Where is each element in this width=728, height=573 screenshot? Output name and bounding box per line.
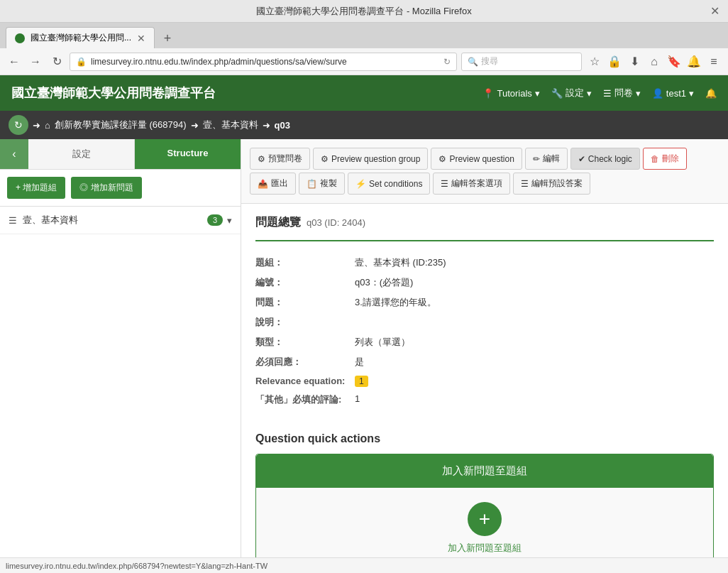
question-overview: 問題總覽 q03 (ID: 2404) 題組： 壹、基本資料 (ID:235) … xyxy=(241,204,728,421)
close-icon[interactable]: ✕ xyxy=(710,4,719,18)
overview-title: 問題總覽 xyxy=(255,215,301,230)
other-field-value: 1 xyxy=(355,393,360,406)
group-icon: ☰ xyxy=(9,215,17,226)
download-icon[interactable]: ⬇ xyxy=(626,53,643,70)
preview-group-button[interactable]: ⚙ Preview question group xyxy=(313,148,428,170)
check-logic-button[interactable]: ✔ Check logic xyxy=(570,148,640,170)
relevance-field-value: 1 xyxy=(355,376,368,386)
info-row-type: 類型： 列表（單選） xyxy=(255,332,714,352)
home-icon[interactable]: ⌂ xyxy=(646,53,663,70)
home-breadcrumb-icon: ⌂ xyxy=(45,120,50,131)
add-group-button[interactable]: + 增加題組 xyxy=(7,177,65,199)
gear-icon2: ⚙ xyxy=(321,154,329,164)
browser-tabbar: 國立臺灣師範大學公用問... ✕ + xyxy=(0,23,728,48)
browser-tab[interactable]: 國立臺灣師範大學公用問... ✕ xyxy=(6,27,155,48)
tab-settings[interactable]: 設定 xyxy=(28,139,135,169)
breadcrumb-group[interactable]: 壹、基本資料 xyxy=(203,119,258,131)
info-row-group: 題組： 壹、基本資料 (ID:235) xyxy=(255,253,714,273)
add-question-to-group-button[interactable]: 加入新問題至題組 xyxy=(256,454,713,488)
add-circle-label[interactable]: 加入新問題至題組 xyxy=(448,542,522,555)
relevance-field-label: Relevance equation: xyxy=(255,376,355,386)
user-arrow: ▾ xyxy=(689,88,694,99)
url-text: limesurvey.iro.ntnu.edu.tw/index.php/adm… xyxy=(91,57,439,67)
browser-nav-icons: ☆ 🔒 ⬇ ⌂ 🔖 🔔 ≡ xyxy=(586,53,722,70)
nav-settings[interactable]: 🔧 設定 ▾ xyxy=(551,87,592,99)
breadcrumb-survey[interactable]: 創新教學實施課後評量 (668794) xyxy=(55,119,187,131)
edit-default-answers-button[interactable]: ☰ 編輯預設答案 xyxy=(513,173,590,195)
overview-subtitle: q03 (ID: 2404) xyxy=(307,217,365,228)
app-title: 國立臺灣師範大學公用問卷調查平台 xyxy=(11,84,216,102)
group-arrow: ▾ xyxy=(227,215,232,226)
nav-user[interactable]: 👤 test1 ▾ xyxy=(652,88,694,99)
code-field-value: q03：(必答題) xyxy=(355,276,413,289)
sidebar-toggle[interactable]: ‹ xyxy=(0,139,28,169)
delete-button[interactable]: 🗑 刪除 xyxy=(643,148,687,170)
export-button[interactable]: 📤 匯出 xyxy=(250,173,296,195)
info-row-mandatory: 必須回應： 是 xyxy=(255,352,714,372)
surveys-icon: ☰ xyxy=(603,88,612,99)
settings-icon: 🔧 xyxy=(551,88,563,99)
browser-title: 國立臺灣師範大學公用問卷調查平台 - Mozilla Firefox xyxy=(256,5,471,18)
preview-question-button[interactable]: ⚙ Preview question xyxy=(431,148,522,170)
refresh-button[interactable]: ↻ xyxy=(48,53,65,70)
add-question-area: 加入新問題至題組 + 加入新問題至題組 xyxy=(255,454,714,557)
sidebar-actions: + 增加題組 ◎ 增加新問題 xyxy=(0,170,241,207)
relevance-badge: 1 xyxy=(355,376,368,387)
nav-tutorials[interactable]: 📍 Tutorials ▾ xyxy=(482,88,539,99)
refresh-circle-icon[interactable]: ↻ xyxy=(9,115,28,135)
set-conditions-button[interactable]: ⚡ Set conditions xyxy=(348,173,430,195)
menu-icon[interactable]: ≡ xyxy=(705,53,722,70)
edit-answer-icon: ☰ xyxy=(441,179,448,189)
toolbar: ⚙ 預覽問卷 ⚙ Preview question group ⚙ Previe… xyxy=(241,139,728,204)
main-layout: ‹ 設定 Structure + 增加題組 ◎ 增加新問題 ☰ 壹、基本資料 3… xyxy=(0,139,728,557)
check-icon: ✔ xyxy=(578,154,585,164)
back-button[interactable]: ← xyxy=(6,53,23,70)
breadcrumb-question[interactable]: q03 xyxy=(275,120,290,131)
group-field-value: 壹、基本資料 (ID:235) xyxy=(355,256,446,269)
type-field-value: 列表（單選） xyxy=(355,336,410,349)
breadcrumb-arrow2: ➜ xyxy=(263,120,270,131)
tab-label: 國立臺灣師範大學公用問... xyxy=(31,32,131,44)
preview-survey-button[interactable]: ⚙ 預覽問卷 xyxy=(250,148,310,170)
status-url: limesurvey.iro.ntnu.edu.tw/index.php/668… xyxy=(6,562,268,570)
star-icon[interactable]: ☆ xyxy=(586,53,603,70)
breadcrumb-arrow1: ➜ xyxy=(191,120,199,131)
export-icon: 📤 xyxy=(258,179,268,189)
nav-notification[interactable]: 🔔 xyxy=(705,88,717,99)
group-field-label: 題組： xyxy=(255,256,355,269)
nav-surveys[interactable]: ☰ 問卷 ▾ xyxy=(603,87,641,99)
edit-default-icon: ☰ xyxy=(521,179,529,189)
code-field-label: 編號： xyxy=(255,276,355,289)
breadcrumb: ↻ ➜ ⌂ 創新教學實施課後評量 (668794) ➜ 壹、基本資料 ➜ q03 xyxy=(0,111,728,139)
edit-button[interactable]: ✏ 編輯 xyxy=(525,148,568,170)
app-header: 國立臺灣師範大學公用問卷調查平台 📍 Tutorials ▾ 🔧 設定 ▾ ☰ … xyxy=(0,75,728,111)
info-row-code: 編號： q03：(必答題) xyxy=(255,273,714,293)
user-icon: 👤 xyxy=(652,88,663,99)
shield-icon[interactable]: 🔒 xyxy=(606,53,623,70)
tutorials-icon: 📍 xyxy=(482,88,494,99)
breadcrumb-arrow0: ➜ xyxy=(33,120,40,131)
surveys-arrow: ▾ xyxy=(636,88,641,99)
group-badge: 3 xyxy=(207,214,223,226)
copy-button[interactable]: 📋 複製 xyxy=(299,173,345,195)
sidebar: ‹ 設定 Structure + 增加題組 ◎ 增加新問題 ☰ 壹、基本資料 3… xyxy=(0,139,241,557)
add-question-button[interactable]: ◎ 增加新問題 xyxy=(71,177,141,199)
search-bar[interactable]: 🔍 搜尋 xyxy=(461,53,582,71)
info-row-description: 說明： xyxy=(255,312,714,332)
sidebar-top: ‹ 設定 Structure xyxy=(0,139,241,170)
notification-icon[interactable]: 🔔 xyxy=(685,53,702,70)
bookmark-icon[interactable]: 🔖 xyxy=(666,53,683,70)
description-field-label: 說明： xyxy=(255,316,355,329)
info-table: 題組： 壹、基本資料 (ID:235) 編號： q03：(必答題) 問題： 3.… xyxy=(255,253,714,410)
edit-answer-options-button[interactable]: ☰ 編輯答案選項 xyxy=(433,173,510,195)
other-field-label: 「其他」必填的評論: xyxy=(255,393,355,406)
new-tab-button[interactable]: + xyxy=(158,28,177,48)
status-bar: limesurvey.iro.ntnu.edu.tw/index.php/668… xyxy=(0,557,728,573)
tab-close-icon[interactable]: ✕ xyxy=(137,33,145,44)
forward-button[interactable]: → xyxy=(27,53,44,70)
type-field-label: 類型： xyxy=(255,336,355,349)
add-circle-button[interactable]: + xyxy=(468,502,502,536)
tab-structure[interactable]: Structure xyxy=(135,139,241,169)
sidebar-group-item[interactable]: ☰ 壹、基本資料 3 ▾ xyxy=(0,207,241,234)
url-bar[interactable]: 🔒 limesurvey.iro.ntnu.edu.tw/index.php/a… xyxy=(70,53,457,71)
